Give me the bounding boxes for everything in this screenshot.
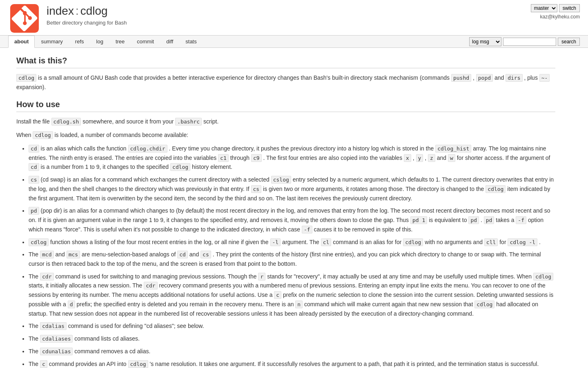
cl-code: cl bbox=[321, 238, 332, 246]
tab-summary[interactable]: summary bbox=[35, 36, 69, 47]
list-item: pd (pop dir) is an alias for a command w… bbox=[29, 206, 555, 234]
index-label: index bbox=[47, 4, 74, 17]
switch-button[interactable]: switch bbox=[559, 4, 580, 12]
nav-bar: about summary refs log tree commit diff … bbox=[0, 36, 588, 48]
repo-name: cdlog bbox=[80, 4, 108, 17]
commands-list: cd is an alias which calls the function … bbox=[29, 144, 555, 368]
l-flag-code: -l bbox=[270, 238, 281, 246]
tab-tree[interactable]: tree bbox=[109, 36, 131, 47]
x-code: x bbox=[404, 154, 411, 162]
user-email: kaz@kylheku.com bbox=[531, 14, 580, 20]
pd1-code: pd 1 bbox=[410, 216, 427, 224]
mcd-code: mcd bbox=[40, 251, 53, 258]
cdlog-code-cdr: cdlog bbox=[533, 273, 553, 280]
pd-code: pd bbox=[29, 207, 39, 215]
cdlog-code-cl: cdlog bbox=[403, 238, 423, 246]
cdlog-code-intro: cdlog bbox=[16, 74, 36, 82]
pd-code2: pd bbox=[468, 216, 479, 224]
cdlog-code-cs: cdlog bbox=[486, 185, 506, 193]
header-right: master switch kaz@kylheku.com bbox=[531, 4, 580, 20]
list-item: The mcd and mcs are menu-selection-based… bbox=[29, 250, 555, 268]
c1-code: c1 bbox=[218, 154, 229, 162]
cdlog-l-code: cdlog -l bbox=[508, 238, 537, 246]
y-code: y bbox=[416, 154, 423, 162]
cdlog-code-hist: cdlog bbox=[170, 163, 190, 171]
heading-how-to-use: How to use bbox=[16, 100, 555, 112]
repo-subtitle: Better directory changing for Bash bbox=[47, 20, 580, 26]
cdaliases-code: cdaliases bbox=[40, 335, 73, 343]
r-code: r bbox=[258, 273, 265, 280]
branch-select[interactable]: master bbox=[531, 4, 557, 12]
z-code: z bbox=[428, 154, 435, 162]
page-header: index:cdlog Better directory changing fo… bbox=[0, 0, 588, 36]
cdlog-code-api: cdlog bbox=[128, 360, 148, 368]
cdr-code2: cdr bbox=[144, 282, 157, 289]
list-item: The cdr command is used for switching to… bbox=[29, 272, 555, 319]
cslog-code: cslog bbox=[271, 176, 291, 184]
page-content: What is this? cdlog is a small amount of… bbox=[0, 48, 572, 368]
list-item: The cdaliases command lists cd aliases. bbox=[29, 334, 555, 343]
c-prefix-code: c bbox=[274, 291, 281, 299]
dirs-code: dirs bbox=[506, 74, 522, 82]
git-logo bbox=[8, 4, 41, 33]
tab-commit[interactable]: commit bbox=[131, 36, 160, 47]
pd-code3: pd bbox=[484, 216, 494, 224]
w-code: w bbox=[448, 154, 455, 162]
cs-code-mcs: cs bbox=[200, 251, 211, 258]
list-item: cdlog function shows a listing of the fo… bbox=[29, 238, 555, 247]
cll-code: cll bbox=[484, 238, 498, 246]
list-item: cs (cd swap) is an alias for a command w… bbox=[29, 175, 555, 203]
tab-diff[interactable]: diff bbox=[160, 36, 179, 47]
pushd-code: pushd bbox=[451, 74, 471, 82]
cs-code2: cs bbox=[251, 185, 262, 193]
nav-tabs: about summary refs log tree commit diff … bbox=[8, 36, 203, 47]
tab-log[interactable]: log bbox=[90, 36, 109, 47]
bashrc-code: .bashrc bbox=[175, 118, 202, 126]
mcs-code: mcs bbox=[67, 251, 80, 258]
title-sep: : bbox=[76, 4, 79, 17]
popd-code: popd bbox=[476, 74, 493, 82]
nav-search: log msg author committer grep search bbox=[469, 37, 580, 46]
tab-stats[interactable]: stats bbox=[179, 36, 203, 47]
repo-title: index:cdlog bbox=[47, 4, 580, 18]
c9-code: c9 bbox=[251, 154, 262, 162]
branch-controls: master switch bbox=[531, 4, 580, 12]
cdlog-chdir-code: cdlog.chdir bbox=[128, 145, 167, 153]
cd-code: cd bbox=[29, 145, 39, 153]
n-cmd-code: n bbox=[295, 301, 303, 308]
heading-what-is-this: What is this? bbox=[16, 56, 555, 68]
search-type-select[interactable]: log msg author committer grep bbox=[469, 37, 501, 46]
cd-code2: cd bbox=[29, 163, 39, 171]
when-para: When cdlog is loaded, a number of comman… bbox=[16, 130, 555, 140]
cdlog-sh-code: cdlog.sh bbox=[51, 118, 81, 126]
list-item: The cdunalias command removes a cd alias… bbox=[29, 347, 555, 356]
cs-code: cs bbox=[29, 176, 39, 184]
f-flag-code2: -f bbox=[302, 226, 312, 233]
list-item: cd is an alias which calls the function … bbox=[29, 144, 555, 172]
install-para: Install the file cdlog.sh somewhere, and… bbox=[16, 117, 555, 126]
search-button[interactable]: search bbox=[558, 38, 580, 46]
cdalias-code: cdalias bbox=[40, 322, 67, 330]
cdlog-code-func: cdlog bbox=[29, 238, 49, 246]
list-item: The c command provides an API into cdlog… bbox=[29, 359, 555, 368]
search-input[interactable] bbox=[503, 38, 556, 46]
cdr-code: cdr bbox=[40, 273, 53, 280]
f-flag-code: -f bbox=[516, 216, 526, 224]
intro-paragraph: cdlog is a small amount of GNU Bash code… bbox=[16, 73, 555, 92]
tab-refs[interactable]: refs bbox=[69, 36, 90, 47]
tab-about[interactable]: about bbox=[8, 36, 35, 48]
cdlog-code-when: cdlog bbox=[33, 131, 53, 139]
tilde-dash-code: ~- bbox=[539, 74, 550, 82]
cdunalias-code: cdunalias bbox=[40, 348, 73, 355]
d-prefix-code: d bbox=[68, 301, 75, 308]
cd-code-mcd: cd bbox=[177, 251, 188, 258]
c-api-code: c bbox=[40, 360, 47, 368]
cdlog-code-n: cdlog bbox=[474, 301, 494, 308]
header-text: index:cdlog Better directory changing fo… bbox=[47, 4, 580, 26]
list-item: The cdalias command is used for defining… bbox=[29, 321, 555, 331]
cdlog-hist-code: cdlog_hist bbox=[435, 145, 471, 153]
